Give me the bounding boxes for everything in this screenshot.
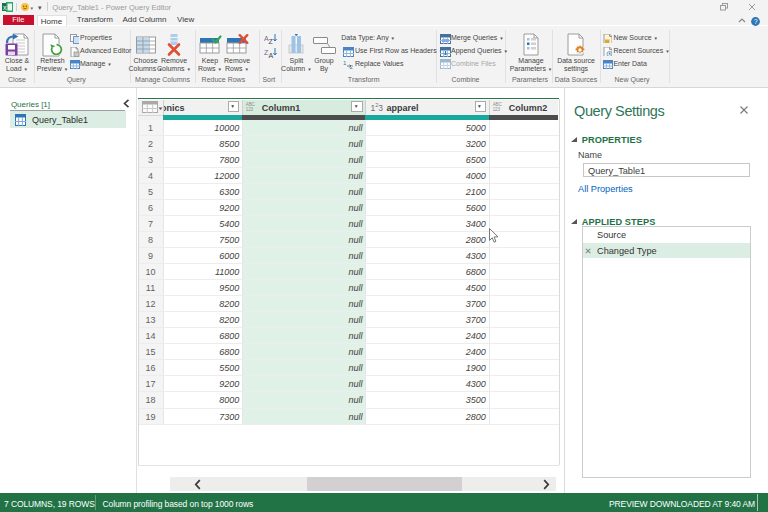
svg-text:x: x <box>3 4 7 11</box>
svg-text:Z: Z <box>268 38 273 44</box>
svg-text:?: ? <box>754 18 758 25</box>
svg-text:1: 1 <box>343 60 347 66</box>
svg-text:2: 2 <box>350 64 354 69</box>
